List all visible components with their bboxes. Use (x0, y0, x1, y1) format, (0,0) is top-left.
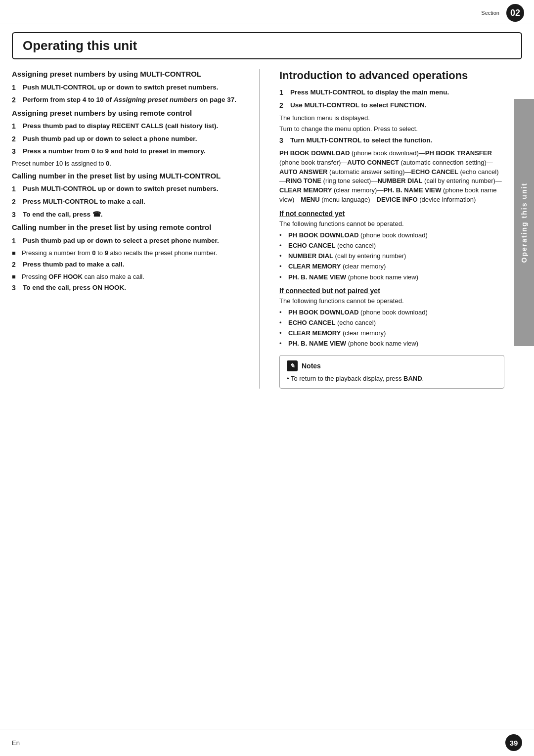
nc-item-2: • ECHO CANCEL (echo cancel) (279, 241, 504, 250)
step-2-remote: 2 Push thumb pad up or down to select a … (12, 134, 239, 144)
notes-label: Notes (302, 362, 321, 370)
step-1-multi: 1 Push MULTI-CONTROL up or down to switc… (12, 83, 239, 93)
func-list: PH BOOK DOWNLOAD (phone book download)—P… (279, 149, 504, 205)
call-step-1-multi: 1 Push MULTI-CONTROL up or down to switc… (12, 184, 239, 194)
nc-item-5: • PH. B. NAME VIEW (phone book name view… (279, 273, 504, 282)
step-2-multi: 2 Perform from step 4 to 10 of Assigning… (12, 95, 239, 105)
section-assign-preset-multi: Assigning preset numbers by using MULTI-… (12, 69, 239, 105)
np-item-1: • PH BOOK DOWNLOAD (phone book download) (279, 308, 504, 317)
page-title: Operating this unit (23, 38, 511, 53)
nc-item-1: • PH BOOK DOWNLOAD (phone book download) (279, 231, 504, 240)
footer-lang: En (12, 739, 20, 747)
top-right-area: Section 02 (481, 4, 524, 22)
sidebar-vertical-text: Operating this unit (514, 99, 534, 346)
right-step-1: 1 Press MULTI-CONTROL to display the mai… (279, 88, 504, 98)
intro-title: Introduction to advanced operations (279, 69, 504, 82)
right-step-2: 2 Use MULTI-CONTROL to select FUNCTION. (279, 101, 504, 111)
np-item-3: • CLEAR MEMORY (clear memory) (279, 329, 504, 338)
section-call-preset-multi: Calling number in the preset list by usi… (12, 171, 239, 220)
func-desc-2a: The function menu is displayed. (279, 114, 504, 123)
notes-header: ✎ Notes (287, 360, 497, 371)
step-1-remote: 1 Press thumb pad to display RECENT CALL… (12, 122, 239, 132)
nc-item-4: • CLEAR MEMORY (clear memory) (279, 262, 504, 271)
bullet-1-remote: ■ Pressing a number from 0 to 9 also rec… (12, 249, 239, 258)
section-label: Section (481, 10, 499, 16)
call-step-1-remote: 1 Push thumb pad up or down to select a … (12, 236, 239, 246)
np-item-2: • ECHO CANCEL (echo cancel) (279, 318, 504, 327)
not-paired-desc: The following functions cannot be operat… (279, 297, 504, 306)
section-assign-preset-remote: Assigning preset numbers by using remote… (12, 108, 239, 167)
main-content: Assigning preset numbers by using MULTI-… (0, 59, 534, 399)
step-3-remote: 3 Press a number from 0 to 9 and hold to… (12, 147, 239, 157)
page-title-bar: Operating this unit (12, 32, 522, 59)
preset-note: Preset number 10 is assigned to 0. (12, 160, 239, 167)
func-desc-2b: Turn to change the menu option. Press to… (279, 125, 504, 134)
right-column: Introduction to advanced operations 1 Pr… (279, 69, 504, 389)
nc-item-3: • NUMBER DIAL (call by entering number) (279, 252, 504, 261)
notes-box: ✎ Notes • To return to the playback disp… (279, 355, 504, 389)
section-heading-assign-remote: Assigning preset numbers by using remote… (12, 108, 239, 118)
top-bar: Section 02 (0, 0, 534, 24)
not-connected-heading: If not connected yet (279, 210, 504, 218)
np-item-4: • PH. B. NAME VIEW (phone book name view… (279, 339, 504, 348)
call-step-3-remote: 3 To end the call, press ON HOOK. (12, 283, 239, 293)
column-divider (259, 69, 260, 389)
section-call-preset-remote: Calling number in the preset list by usi… (12, 222, 239, 293)
section-heading-call-remote: Calling number in the preset list by usi… (12, 222, 239, 232)
footer: En 39 (0, 729, 534, 756)
call-step-2-remote: 2 Press thumb pad to make a call. (12, 260, 239, 270)
page-container: Section 02 Operating this unit Operating… (0, 0, 534, 756)
notes-item-1: • To return to the playback display, pre… (287, 374, 497, 383)
not-paired-heading: If connected but not paired yet (279, 287, 504, 295)
section-number-badge: 02 (506, 4, 524, 22)
call-step-3-multi: 3 To end the call, press ☎. (12, 210, 239, 220)
section-not-paired: If connected but not paired yet The foll… (279, 287, 504, 349)
footer-page-number: 39 (505, 734, 522, 751)
section-heading-assign-multi: Assigning preset numbers by using MULTI-… (12, 69, 239, 79)
section-not-connected: If not connected yet The following funct… (279, 210, 504, 282)
bullet-2-remote: ■ Pressing OFF HOOK can also make a call… (12, 272, 239, 281)
notes-icon: ✎ (287, 360, 298, 371)
section-heading-call-multi: Calling number in the preset list by usi… (12, 171, 239, 181)
call-step-2-multi: 2 Press MULTI-CONTROL to make a call. (12, 197, 239, 207)
not-connected-desc: The following functions cannot be operat… (279, 220, 504, 229)
left-column: Assigning preset numbers by using MULTI-… (12, 69, 239, 389)
right-step-3: 3 Turn MULTI-CONTROL to select the funct… (279, 136, 504, 146)
